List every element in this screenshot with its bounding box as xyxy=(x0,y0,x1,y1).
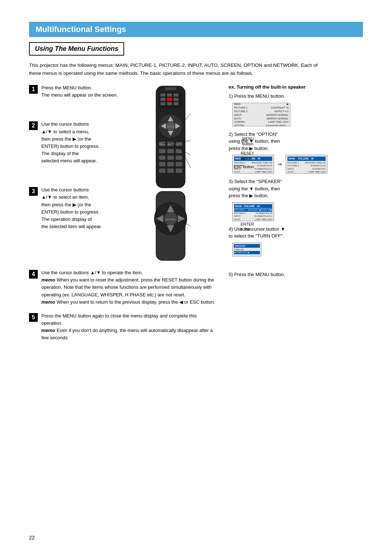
step-2-text: Use the cursor buttons ▲/▼ to select a m… xyxy=(41,121,142,165)
svg-rect-34 xyxy=(159,169,166,173)
step-5-row: 5 Press the MENU button again to close t… xyxy=(29,312,218,342)
enter-button-label: ENTERbutton xyxy=(241,222,254,232)
right-step-1-num: 1) xyxy=(229,93,234,99)
steps-left: 1 Press the MENU button.The menu will ap… xyxy=(29,84,142,263)
menu-screenshot-3a: MAIN VOLUME 40 PICTURE-1SPEAKER ◀TURN ON… xyxy=(232,202,274,221)
svg-rect-1 xyxy=(165,87,176,90)
turn-off-screenshot: SPEAKER TURN ON ◀ TURN OFF ▶ xyxy=(232,243,261,256)
step-3-row: 3 Use the cursor buttons ▲/▼ to select a… xyxy=(29,186,142,230)
reset-button-label: RESETbutton xyxy=(241,151,254,161)
svg-rect-30 xyxy=(176,155,182,160)
esc-button-label: ESC button xyxy=(234,164,254,169)
page-number: 22 xyxy=(29,535,35,540)
intro-text: This projector has the following menus: … xyxy=(29,61,327,77)
svg-text:MENU: MENU xyxy=(160,143,165,145)
svg-text:ENTER: ENTER xyxy=(166,218,175,221)
svg-rect-9 xyxy=(160,102,166,105)
svg-rect-7 xyxy=(167,98,172,101)
step-1-row: 1 Press the MENU button.The menu will ap… xyxy=(29,84,142,99)
svg-rect-10 xyxy=(167,102,172,105)
step-4-badge: 4 xyxy=(29,270,38,279)
right-step-1: 1) Press the MENU button. xyxy=(229,93,363,100)
menu-screenshot-2b: MAIN VOLUME 40 PICTURE-1SPEAKER TURN ON … xyxy=(286,155,327,174)
svg-rect-26 xyxy=(167,149,174,153)
step-3-text: Use the cursor buttons ▲/▼ to select an … xyxy=(41,186,142,230)
menu-screenshot-1: MENU MAIN▶ PICTURE-1CONTRAST +0 PICTURE-… xyxy=(232,103,290,126)
menu-inner-2b: MAIN VOLUME 40 PICTURE-1SPEAKER TURN ON … xyxy=(286,155,327,174)
subsection-title: Using The Menu Functions xyxy=(29,42,124,56)
right-column: ex. Turning off the built-in speaker 1) … xyxy=(218,84,363,348)
step-2-badge: 2 xyxy=(29,121,38,130)
svg-rect-4 xyxy=(167,93,172,97)
step-4-text: Use the cursor buttons ▲/▼ to operate th… xyxy=(41,269,218,306)
svg-rect-29 xyxy=(167,155,174,160)
menu-button-label: MENUbutton xyxy=(242,136,254,147)
svg-rect-33 xyxy=(176,162,182,166)
step-2-row: 2 Use the cursor buttons ▲/▼ to select a… xyxy=(29,121,142,165)
svg-rect-36 xyxy=(176,169,182,173)
steps-remote-area: 1 Press the MENU button.The menu will ap… xyxy=(29,84,218,263)
right-step-2-num: 2) xyxy=(229,131,234,137)
svg-rect-5 xyxy=(173,93,179,97)
example-title: ex. Turning off the built-in speaker xyxy=(229,84,363,90)
left-column: 1 Press the MENU button.The menu will ap… xyxy=(29,84,218,348)
section-title: Multifunctional Settings xyxy=(29,22,363,37)
svg-rect-25 xyxy=(159,149,166,153)
svg-rect-28 xyxy=(159,155,166,160)
svg-rect-35 xyxy=(167,169,174,173)
right-step-5-num: 5) xyxy=(229,272,234,277)
step-5-badge: 5 xyxy=(29,313,38,322)
svg-text:ENTER: ENTER xyxy=(167,126,175,128)
remote-svg: ENTER MENU RESET ESC xyxy=(145,84,196,262)
svg-rect-8 xyxy=(173,98,179,101)
right-step-3: 3) Select the "SPEAKER" using the ▼ butt… xyxy=(229,178,363,199)
right-step-5: 5) Press the MENU button. xyxy=(229,271,363,278)
page: Multifunctional Settings Using The Menu … xyxy=(0,0,392,555)
step-1-text: Press the MENU button.The menu will appe… xyxy=(41,84,142,99)
menu-ss-pair-3: MAIN VOLUME 40 PICTURE-1SPEAKER ◀TURN ON… xyxy=(232,202,363,221)
svg-rect-31 xyxy=(159,162,166,166)
content-area: 1 Press the MENU button.The menu will ap… xyxy=(29,84,363,348)
svg-rect-32 xyxy=(167,162,174,166)
svg-rect-11 xyxy=(173,102,179,105)
turn-off-inner: SPEAKER TURN ON ◀ TURN OFF ▶ xyxy=(233,243,261,255)
step-3-badge: 3 xyxy=(29,187,38,196)
step-5-text: Press the MENU button again to close the… xyxy=(41,312,218,342)
svg-rect-3 xyxy=(160,93,166,97)
svg-rect-27 xyxy=(176,149,182,153)
step-4-row: 4 Use the cursor buttons ▲/▼ to operate … xyxy=(29,269,218,306)
right-step-3-num: 3) xyxy=(229,179,234,184)
svg-rect-6 xyxy=(160,98,166,101)
right-step-4-num: 4) xyxy=(229,226,234,232)
arrow-icon: ⇒ xyxy=(276,161,283,167)
remote-control-illustration: ENTER MENU RESET ESC xyxy=(145,84,218,263)
step-1-badge: 1 xyxy=(29,85,38,94)
menu-inner-3a: MAIN VOLUME 40 PICTURE-1SPEAKER ◀TURN ON… xyxy=(233,203,274,221)
menu-inner-1: MENU MAIN▶ PICTURE-1CONTRAST +0 PICTURE-… xyxy=(233,103,290,126)
